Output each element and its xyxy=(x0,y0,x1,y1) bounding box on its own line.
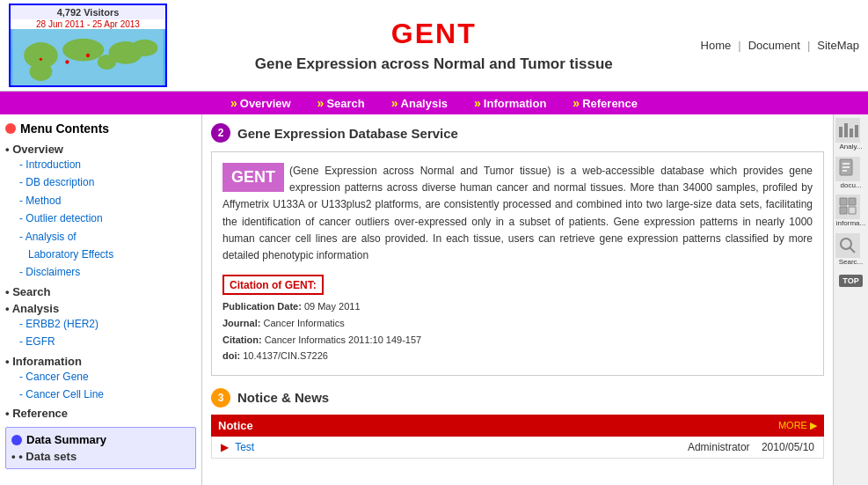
site-subtitle: Gene Expression across Normal and Tumor … xyxy=(167,55,701,73)
sitemap-link[interactable]: SiteMap xyxy=(817,39,859,52)
notice-item-label[interactable]: Test xyxy=(235,441,254,453)
sidebar-section-reference: Reference xyxy=(5,407,196,420)
sidebar: Menu Contents Overview - Introduction - … xyxy=(0,114,202,485)
pub-date-label: Publication Date: xyxy=(222,301,302,312)
home-link[interactable]: Home xyxy=(701,39,732,52)
sidebar-link-method[interactable]: - Method xyxy=(5,192,196,209)
right-information-label: informa... xyxy=(835,219,867,228)
visitor-count: 4,792 Visitors xyxy=(57,7,120,18)
sidebar-link-egfr[interactable]: - EGFR xyxy=(5,333,196,350)
sidebar-search-header: Search xyxy=(5,285,51,298)
sidebar-link-erbb2[interactable]: - ERBB2 (HER2) xyxy=(5,315,196,333)
svg-rect-12 xyxy=(850,129,853,137)
notice-table: Notice MORE ▶ ▶ Test Administrator 2010/… xyxy=(211,415,824,459)
notice-author: Administrator xyxy=(688,441,750,453)
svg-line-19 xyxy=(850,247,855,253)
date-range: 28 Jun 2011 - 25 Apr 2013 xyxy=(36,19,140,29)
sidebar-link-cancer-cell[interactable]: - Cancer Cell Line xyxy=(5,386,196,403)
journal: Cancer Informatics xyxy=(263,318,344,328)
svg-point-2 xyxy=(30,62,53,81)
sidebar-bullet xyxy=(5,123,16,134)
notice-triangle: ▶ xyxy=(221,441,229,453)
right-analysis-icon[interactable]: Analy... xyxy=(835,118,867,151)
pub-date: 09 May 2011 xyxy=(304,301,361,312)
sidebar-link-cancer-gene[interactable]: - Cancer Gene xyxy=(5,368,196,386)
gent-desc-text: (Gene Expression across Normal and Tumor… xyxy=(222,163,813,264)
sidebar-section-overview: Overview - Introduction - DB description… xyxy=(5,143,196,282)
data-summary-bullet xyxy=(11,435,22,445)
top-button[interactable]: TOP xyxy=(839,275,862,287)
more-link[interactable]: MORE ▶ xyxy=(778,420,817,431)
data-summary: Data Summary • Data sets xyxy=(5,427,196,469)
notice-header: Notice MORE ▶ xyxy=(211,415,824,437)
nav-reference[interactable]: » Reference xyxy=(573,96,638,110)
db-service-icon: 2 xyxy=(211,123,230,143)
svg-rect-11 xyxy=(844,123,848,137)
sidebar-overview-header: Overview xyxy=(5,143,63,156)
sidebar-section-info: Inforamation - Cancer Gene - Cancer Cell… xyxy=(5,355,196,404)
nav-information[interactable]: » Information xyxy=(474,96,546,110)
data-sets-header: • Data sets xyxy=(11,450,77,463)
db-service-header: 2 Gene Expression Database Service xyxy=(211,123,824,143)
document-link[interactable]: Document xyxy=(748,39,800,52)
sidebar-reference-header: Reference xyxy=(5,407,68,420)
notice-title: Notice & News xyxy=(237,390,329,405)
gent-label: GENT xyxy=(222,163,284,192)
site-title-area: GENT Gene Expression across Normal and T… xyxy=(167,18,701,73)
sidebar-link-db[interactable]: - DB description xyxy=(5,173,196,191)
right-sidebar: Analy... docu... informa... Searc... TOP xyxy=(833,114,868,485)
right-information-icon[interactable]: informa... xyxy=(835,195,867,228)
notice-item-test[interactable]: ▶ Test xyxy=(221,441,254,453)
journal-label: Journal: xyxy=(222,318,260,328)
sidebar-analysis-header: Analysis xyxy=(5,302,59,315)
doi: 10.4137/CIN.S7226 xyxy=(243,350,328,361)
citation-value: Cancer Informatics 2011:10 149-157 xyxy=(265,334,422,345)
world-map xyxy=(11,29,165,87)
sidebar-link-outlier[interactable]: - Outlier detection xyxy=(5,209,196,227)
notice-date: 2010/05/10 xyxy=(762,441,814,453)
sidebar-link-lab-effects[interactable]: - Analysis of Laboratory Effects xyxy=(5,228,196,264)
notice-meta: Administrator 2010/05/10 xyxy=(688,441,814,453)
top-nav: Home | Document | SiteMap xyxy=(701,39,859,52)
notice-news-header: 3 Notice & News xyxy=(211,388,824,408)
nav-bar: » Overview » Search » Analysis » Informa… xyxy=(0,92,868,114)
sidebar-title: Menu Contents xyxy=(5,121,196,136)
data-summary-title: Data Summary xyxy=(11,433,190,446)
nav-analysis[interactable]: » Analysis xyxy=(391,96,448,110)
right-search-icon[interactable]: Searc... xyxy=(835,233,867,267)
citation-details: Publication Date: 09 May 2011 Journal: C… xyxy=(222,298,813,364)
svg-point-3 xyxy=(62,39,104,62)
citation-label: Citation of GENT: xyxy=(230,279,317,291)
nav-overview[interactable]: » Overview xyxy=(230,96,291,110)
svg-point-8 xyxy=(86,54,90,57)
gent-desc-box: GENT (Gene Expression across Normal and … xyxy=(211,151,824,376)
citation-box: Citation of GENT: xyxy=(222,275,324,295)
notice-row: ▶ Test Administrator 2010/05/10 xyxy=(211,437,824,459)
right-document-icon[interactable]: docu... xyxy=(835,157,867,190)
svg-point-9 xyxy=(40,58,42,61)
citation-label2: Citation: xyxy=(222,334,262,345)
notice-icon: 3 xyxy=(211,388,230,408)
content-area: 2 Gene Expression Database Service GENT … xyxy=(202,114,833,485)
sidebar-info-header: Inforamation xyxy=(5,355,82,368)
svg-point-7 xyxy=(65,60,69,63)
site-title: GENT xyxy=(167,18,701,50)
doi-label: doi: xyxy=(222,350,240,361)
db-service-title: Gene Expression Database Service xyxy=(237,126,458,141)
sidebar-section-analysis: Analysis - ERBB2 (HER2) - EGFR xyxy=(5,302,196,351)
notice-header-label: Notice xyxy=(218,419,253,432)
svg-rect-13 xyxy=(855,125,858,137)
svg-point-18 xyxy=(841,239,851,249)
right-analysis-label: Analy... xyxy=(835,143,867,151)
nav-search[interactable]: » Search xyxy=(317,96,365,110)
svg-rect-10 xyxy=(839,127,842,137)
sidebar-link-introduction[interactable]: - Introduction xyxy=(5,156,196,173)
clustrmaps-widget[interactable]: 4,792 Visitors 28 Jun 2011 - 25 Apr 2013 xyxy=(9,4,167,87)
right-document-label: docu... xyxy=(835,181,867,190)
sidebar-link-disclaimers[interactable]: - Disclaimers xyxy=(5,263,196,281)
right-search-label: Searc... xyxy=(835,258,867,267)
sidebar-section-search: Search xyxy=(5,285,196,298)
svg-point-6 xyxy=(131,40,157,56)
